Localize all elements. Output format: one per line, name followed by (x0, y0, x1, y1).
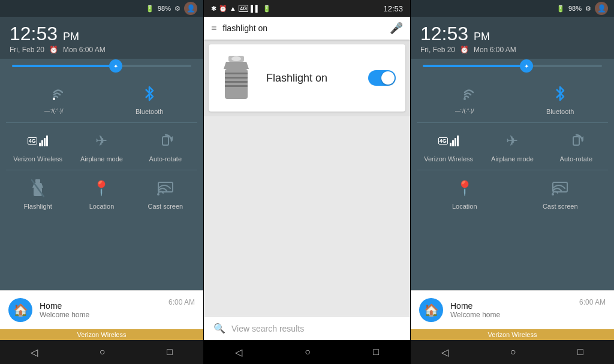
right-qs-wifi[interactable]: —¨/(·°·)/ (438, 77, 492, 120)
right-recents-button[interactable]: □ (577, 347, 583, 357)
right-settings-icon[interactable]: ⚙ (585, 5, 591, 13)
center-recents-button[interactable]: □ (373, 347, 379, 357)
svg-rect-17 (225, 77, 248, 79)
cast-icon (154, 176, 177, 200)
right-back-button[interactable]: ◁ (441, 347, 449, 358)
right-quick-settings: —¨/(·°·)/ Bluetooth 4G (411, 73, 614, 290)
right-avatar-icon[interactable]: 👤 (595, 2, 608, 15)
svg-point-12 (157, 193, 159, 195)
center-time: 12:53 (383, 4, 403, 13)
home-button[interactable]: ○ (100, 347, 106, 357)
avatar-icon[interactable]: 👤 (184, 2, 197, 15)
qs-autorotate[interactable]: Auto-rotate (139, 124, 192, 167)
recents-button[interactable]: □ (167, 347, 173, 357)
svg-rect-3 (44, 138, 46, 146)
wifi-icon (42, 82, 66, 106)
qs-verizon[interactable]: 4G Verizon Wireless (11, 124, 65, 167)
flashlight-info: Flashlight on (266, 70, 396, 86)
right-location-label: Location (452, 203, 477, 210)
svg-marker-14 (224, 62, 249, 69)
right-brightness-fill (423, 65, 530, 67)
right-signal-icon: 4G (437, 129, 460, 153)
right-verizon-label: Verizon Wireless (424, 155, 473, 163)
right-home-button[interactable]: ○ (510, 347, 516, 357)
alarm-icon: ⏰ (49, 46, 58, 54)
qs-row-1: —¨/(·°·)/ Bluetooth (6, 77, 197, 120)
bt-status-icon: ✱ (211, 5, 216, 13)
rotate-icon (154, 129, 177, 153)
left-brightness-row[interactable] (0, 59, 203, 73)
signal-status-icon: ▌▌ (251, 5, 260, 12)
svg-rect-18 (225, 81, 248, 83)
right-airplane-label: Airplane mode (491, 155, 534, 163)
wifi-label: —¨/(·°·)/ (44, 108, 64, 114)
right-qs-row-1: —¨/(·°·)/ Bluetooth (417, 77, 608, 120)
right-nav-bar: ◁ ○ □ (411, 340, 614, 364)
left-datetime: 12:53 PM Fri, Feb 20 ⏰ Mon 6:00 AM (0, 17, 203, 59)
battery-status-icon: 🔋 (263, 5, 271, 13)
right-qs-autorotate[interactable]: Auto-rotate (549, 124, 603, 167)
svg-point-29 (552, 193, 554, 195)
center-status-bar: ✱ ⏰ ▲ 4G ▌▌ 🔋 12:53 (204, 0, 410, 17)
svg-rect-6 (162, 137, 168, 145)
svg-rect-24 (455, 138, 456, 146)
svg-rect-7 (35, 179, 40, 183)
right-status-icons: 🔋 98% ⚙ 👤 (556, 2, 608, 15)
left-nav-bar: ◁ ○ □ (0, 340, 203, 364)
left-notification[interactable]: 🏠 Home Welcome home 6:00 AM (0, 290, 203, 329)
right-brightness-slider[interactable] (423, 65, 602, 67)
left-time: 12:53 PM (10, 24, 194, 43)
settings-icon[interactable]: ⚙ (174, 5, 180, 13)
qs-flashlight[interactable]: Flashlight (11, 172, 65, 215)
qs-location[interactable]: 📍 Location (74, 172, 128, 215)
right-notification[interactable]: 🏠 Home Welcome home 6:00 AM (411, 290, 614, 329)
flashlight-toggle[interactable] (368, 70, 396, 86)
battery-text: 98% (158, 5, 171, 12)
left-quick-settings: —¨/(·°·)/ Bluetooth 4G (0, 73, 203, 290)
right-location-icon: 📍 (453, 176, 477, 200)
qs-cast[interactable]: Cast screen (139, 172, 192, 215)
right-qs-location[interactable]: 📍 Location (438, 172, 492, 215)
right-battery-text: 98% (568, 5, 582, 12)
back-button[interactable]: ◁ (31, 347, 38, 358)
qs-airplane[interactable]: ✈ Airplane mode (74, 124, 128, 167)
right-phone-panel: 🔋 98% ⚙ 👤 12:53 PM Fri, Feb 20 ⏰ Mon 6:0… (410, 0, 614, 364)
right-qs-row-3: 📍 Location Cast screen (417, 172, 608, 215)
center-back-button[interactable]: ◁ (235, 347, 242, 358)
center-search-bar[interactable]: ≡ flashlight on 🎤 (204, 17, 410, 40)
search-query[interactable]: flashlight on (222, 23, 384, 33)
right-brightness-row[interactable] (411, 59, 614, 73)
svg-rect-25 (457, 136, 459, 146)
mic-icon[interactable]: 🎤 (390, 22, 403, 35)
qs-row-3: Flashlight 📍 Location Cast screen (6, 172, 197, 215)
qs-bluetooth[interactable]: Bluetooth (122, 77, 176, 120)
qs-wifi[interactable]: —¨/(·°·)/ (27, 77, 81, 120)
notif-title: Home (40, 301, 161, 311)
battery-icon: 🔋 (146, 5, 154, 13)
right-qs-bluetooth[interactable]: Bluetooth (533, 77, 587, 120)
right-qs-airplane[interactable]: ✈ Airplane mode (485, 124, 539, 167)
right-brightness-thumb (520, 59, 533, 73)
location-icon: 📍 (89, 176, 113, 200)
sync-icon: ▲ (230, 5, 236, 12)
left-brightness-slider[interactable] (12, 65, 191, 67)
center-home-button[interactable]: ○ (305, 347, 311, 357)
bottom-search-bar[interactable]: 🔍 View search results (204, 316, 410, 340)
rotate-label: Auto-rotate (149, 155, 182, 163)
right-qs-cast[interactable]: Cast screen (533, 172, 587, 215)
right-wifi-icon (453, 82, 477, 106)
right-cast-icon (548, 176, 572, 200)
svg-rect-23 (452, 140, 454, 146)
right-qs-divider-1 (417, 122, 608, 123)
qs-row-2: 4G Verizon Wireless ✈ Airplane mode (6, 124, 197, 167)
right-notif-home-icon: 🏠 (419, 298, 443, 322)
signal-icon: 4G (26, 129, 50, 153)
view-search-text[interactable]: View search results (231, 324, 304, 333)
left-status-icons: 🔋 98% ⚙ 👤 (146, 2, 197, 15)
hamburger-icon[interactable]: ≡ (211, 23, 216, 34)
svg-rect-4 (46, 136, 48, 146)
right-bluetooth-label: Bluetooth (546, 108, 574, 115)
flashlight-card-label: Flashlight on (266, 72, 327, 85)
right-qs-verizon[interactable]: 4G Verizon Wireless (422, 124, 475, 167)
location-label: Location (89, 203, 115, 210)
